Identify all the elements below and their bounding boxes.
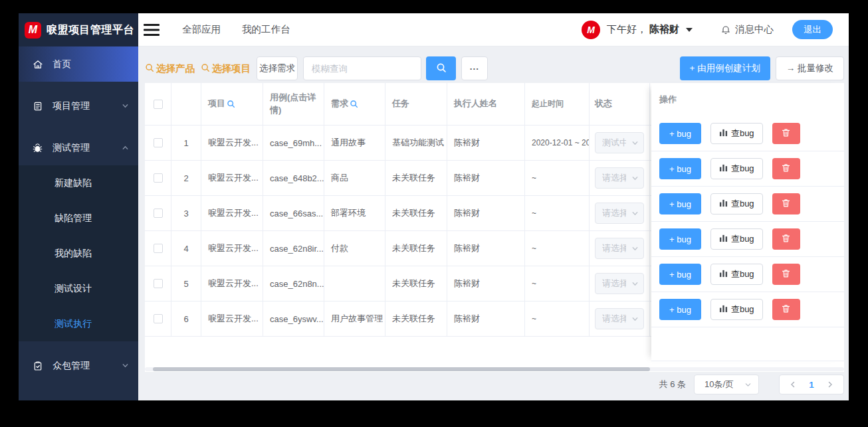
chevron-down-icon: [631, 245, 639, 252]
row-checkbox[interactable]: [154, 173, 163, 183]
add-bug-button[interactable]: + bug: [659, 123, 701, 144]
select-product-link[interactable]: 选择产品: [145, 62, 195, 75]
add-bug-button[interactable]: + bug: [659, 299, 701, 320]
delete-button[interactable]: [772, 228, 800, 250]
delete-button[interactable]: [772, 158, 800, 179]
row-select-cell: [145, 126, 171, 160]
sidebar-item-extra[interactable]: [19, 392, 138, 400]
executor-cell: 陈裕财: [447, 196, 525, 230]
logout-button[interactable]: 退出: [792, 20, 833, 39]
delete-button[interactable]: [772, 264, 800, 285]
sidebar-subitem-test-design[interactable]: 测试设计: [19, 271, 138, 306]
time-cell: ~: [525, 266, 590, 301]
bug-icon: [32, 142, 43, 153]
project-header: 项目: [201, 83, 263, 125]
select-product-label: 选择产品: [156, 62, 195, 75]
search-button[interactable]: [426, 56, 456, 80]
actions-row: + bug查bug: [651, 222, 844, 257]
page-content: 选择产品 选择项目 选择需求 ... + 由用例创建计划 → 批量修改: [138, 46, 849, 400]
sidebar-item-home[interactable]: 首页: [19, 46, 138, 82]
case-cell[interactable]: case_69mh...: [263, 126, 324, 160]
sidebar-item-crowd-management[interactable]: 众包管理: [19, 348, 138, 383]
row-checkbox[interactable]: [154, 209, 163, 218]
sidebar-subitem-test-execution[interactable]: 测试执行: [19, 306, 138, 341]
row-index-cell: 5: [171, 266, 201, 301]
select-all-checkbox[interactable]: [154, 100, 163, 109]
project-cell: 唳盟云开发...: [201, 196, 263, 230]
sidebar-item-project-management[interactable]: 项目管理: [19, 88, 138, 124]
status-select[interactable]: 请选择: [595, 308, 644, 329]
select-all-cell: [145, 83, 171, 125]
current-page[interactable]: 1: [809, 380, 814, 390]
nav-my-workbench[interactable]: 我的工作台: [242, 23, 290, 36]
user-name: 陈裕财: [649, 23, 679, 36]
avatar[interactable]: M: [582, 21, 600, 39]
pagination: 共 6 条 10条/页 1: [145, 375, 844, 394]
status-select[interactable]: 请选择: [595, 273, 644, 294]
status-header: 状态: [590, 83, 650, 125]
add-bug-button[interactable]: + bug: [659, 228, 701, 250]
search-icon: [145, 63, 154, 74]
add-bug-button[interactable]: + bug: [659, 158, 701, 179]
bar-chart-icon: [719, 304, 728, 315]
case-header: 用例(点击详情): [263, 83, 324, 125]
message-center[interactable]: 消息中心: [720, 23, 774, 36]
actions-row: + bug查bug: [651, 187, 844, 222]
status-select[interactable]: 请选择: [595, 203, 644, 224]
page-size-select[interactable]: 10条/页: [694, 375, 759, 394]
bar-chart-icon: [719, 163, 728, 174]
more-filters-button[interactable]: ...: [461, 56, 488, 80]
sidebar-item-test-management[interactable]: 测试管理: [19, 130, 138, 165]
row-checkbox[interactable]: [154, 138, 163, 147]
chevron-down-icon: [744, 381, 752, 388]
status-select[interactable]: 测试中: [595, 132, 644, 153]
view-bug-button[interactable]: 查bug: [710, 264, 763, 285]
time-cell: ~: [525, 301, 590, 336]
next-page-button[interactable]: [826, 381, 834, 388]
view-bug-button[interactable]: 查bug: [710, 228, 763, 250]
view-bug-button[interactable]: 查bug: [710, 299, 763, 320]
sidebar-subitem-defect-management[interactable]: 缺陷管理: [19, 201, 138, 236]
select-demand-button[interactable]: 选择需求: [257, 56, 298, 80]
demand-header-label: 需求: [331, 98, 348, 110]
add-bug-button[interactable]: + bug: [659, 264, 701, 285]
hamburger-menu-icon[interactable]: [144, 24, 160, 36]
view-bug-button[interactable]: 查bug: [710, 193, 763, 214]
batch-edit-button[interactable]: → 批量修改: [776, 56, 844, 80]
status-cell: 请选择: [590, 231, 650, 266]
case-cell[interactable]: case_66sas...: [263, 196, 324, 230]
delete-button[interactable]: [772, 123, 800, 144]
view-bug-button[interactable]: 查bug: [710, 123, 763, 144]
delete-button[interactable]: [772, 299, 800, 320]
delete-button[interactable]: [772, 193, 800, 214]
case-cell[interactable]: case_648b2...: [263, 161, 324, 195]
status-select[interactable]: 请选择: [595, 238, 644, 259]
create-plan-button[interactable]: + 由用例创建计划: [680, 56, 770, 80]
time-cell: ~: [525, 231, 590, 266]
brand-bar: M 唳盟项目管理平台: [19, 13, 138, 46]
row-checkbox[interactable]: [154, 279, 163, 288]
time-cell: 2020-12-01 ~ 20: [525, 126, 590, 160]
status-select[interactable]: 请选择: [595, 167, 644, 189]
task-cell: 未关联任务: [385, 266, 447, 301]
view-bug-button[interactable]: 查bug: [710, 158, 763, 179]
column-search-icon[interactable]: [350, 100, 358, 108]
prev-page-button[interactable]: [789, 381, 797, 388]
sidebar-subitem-new-defect[interactable]: 新建缺陷: [19, 165, 138, 201]
bar-chart-icon: [719, 128, 728, 139]
row-checkbox[interactable]: [154, 314, 163, 323]
case-cell[interactable]: case_62n8n...: [263, 266, 324, 301]
case-cell[interactable]: case_6yswv...: [263, 301, 324, 336]
demand-cell: 用户故事管理: [324, 301, 385, 336]
horizontal-scrollbar-thumb[interactable]: [153, 367, 650, 371]
column-search-icon[interactable]: [227, 100, 235, 108]
case-cell[interactable]: case_62n8ir...: [263, 231, 324, 266]
fuzzy-search-input[interactable]: [303, 56, 421, 80]
nav-all-apps[interactable]: 全部应用: [182, 23, 221, 36]
select-project-link[interactable]: 选择项目: [201, 62, 251, 75]
row-checkbox[interactable]: [154, 244, 163, 253]
user-menu[interactable]: 下午好， 陈裕财: [607, 23, 693, 36]
sidebar-subitem-my-defects[interactable]: 我的缺陷: [19, 236, 138, 271]
executor-cell: 陈裕财: [447, 231, 525, 266]
add-bug-button[interactable]: + bug: [659, 193, 701, 214]
